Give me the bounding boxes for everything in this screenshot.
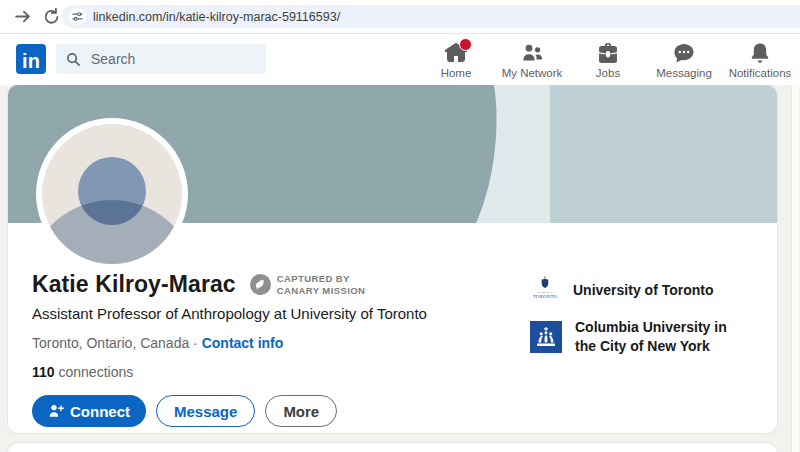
profile-photo[interactable]: [36, 118, 188, 270]
page-scrollbar[interactable]: [791, 85, 799, 452]
search-box[interactable]: [56, 44, 266, 74]
action-buttons: Connect Message More: [32, 395, 512, 427]
connections-count: 110: [32, 364, 55, 380]
nav-item-jobs[interactable]: Jobs: [570, 35, 646, 85]
screen: linkedin.com/in/katie-kilroy-marac-59116…: [0, 0, 800, 452]
capture-badge-line2: CANARY MISSION: [277, 285, 365, 296]
location-text: Toronto, Ontario, Canada: [32, 335, 189, 351]
address-bar[interactable]: linkedin.com/in/katie-kilroy-marac-59116…: [62, 5, 800, 28]
svg-text:TORONTO: TORONTO: [533, 294, 558, 299]
nav-items: Home My Network Jobs Messaging: [418, 35, 798, 85]
capture-badge: CAPTURED BY CANARY MISSION: [250, 273, 365, 296]
separator: ·: [189, 335, 201, 351]
connect-button[interactable]: Connect: [32, 395, 146, 427]
notifications-icon: [748, 41, 772, 65]
url-text: linkedin.com/in/katie-kilroy-marac-59116…: [93, 10, 340, 24]
profile-card: Katie Kilroy-Marac CAPTURED BY CANARY MI…: [8, 85, 777, 433]
linkedin-logo[interactable]: in: [16, 44, 46, 74]
more-button[interactable]: More: [265, 395, 337, 427]
linkedin-navbar: in Home My Network: [0, 33, 800, 85]
profile-name: Katie Kilroy-Marac: [32, 271, 236, 298]
contact-info-link[interactable]: Contact info: [202, 335, 284, 351]
columbia-university-crown-logo: [530, 321, 562, 353]
notification-dot: [459, 38, 472, 51]
org-name: University of Toronto: [573, 281, 714, 300]
org-columbia-university[interactable]: Columbia University in the City of New Y…: [530, 318, 760, 356]
connections-row[interactable]: 110 connections: [32, 364, 512, 380]
home-icon: [444, 41, 468, 65]
connections-label: connections: [55, 364, 134, 380]
profile-headline: Assistant Professor of Anthropology at U…: [32, 305, 512, 322]
org-name: Columbia University in the City of New Y…: [575, 318, 751, 356]
site-info-icon[interactable]: [69, 8, 86, 25]
my-network-icon: [520, 41, 544, 65]
connect-button-label: Connect: [70, 403, 130, 420]
next-section-card: [8, 443, 777, 452]
nav-item-my-network[interactable]: My Network: [494, 35, 570, 85]
reload-icon[interactable]: [42, 7, 61, 26]
browser-toolbar: linkedin.com/in/katie-kilroy-marac-59116…: [0, 0, 800, 34]
canary-bird-icon: [250, 274, 271, 295]
organizations: UNIVERSITY OF TORONTO University of Toro…: [530, 275, 760, 369]
nav-item-notifications[interactable]: Notifications: [722, 35, 798, 85]
forward-icon[interactable]: [13, 7, 32, 26]
capture-badge-line1: CAPTURED BY: [277, 273, 350, 284]
university-of-toronto-logo: UNIVERSITY OF TORONTO: [530, 275, 560, 305]
search-icon: [66, 52, 81, 67]
connect-icon: [48, 403, 64, 419]
svg-text:UNIVERSITY OF: UNIVERSITY OF: [537, 291, 554, 293]
org-university-of-toronto[interactable]: UNIVERSITY OF TORONTO University of Toro…: [530, 275, 760, 305]
search-input[interactable]: [89, 50, 253, 68]
nav-item-messaging[interactable]: Messaging: [646, 35, 722, 85]
messaging-icon: [672, 41, 696, 65]
message-button[interactable]: Message: [156, 395, 255, 427]
nav-item-home[interactable]: Home: [418, 35, 494, 85]
location-row: Toronto, Ontario, Canada · Contact info: [32, 335, 512, 351]
profile-info: Katie Kilroy-Marac CAPTURED BY CANARY MI…: [32, 271, 512, 427]
jobs-icon: [596, 41, 620, 65]
